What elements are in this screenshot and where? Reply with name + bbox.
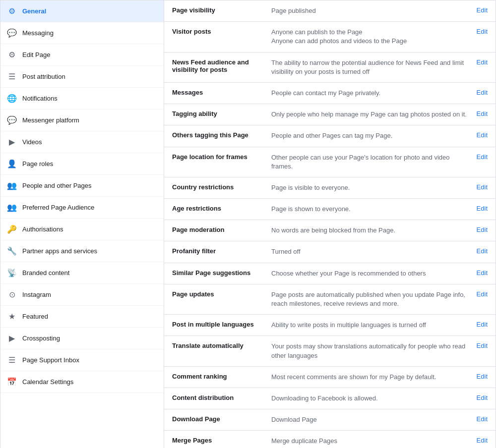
- sidebar-item-partner-apps[interactable]: 🔧Partner apps and services: [0, 240, 164, 262]
- post-attribution-icon: ☰: [6, 71, 17, 82]
- edit-page-icon: ⚙: [6, 50, 17, 60]
- settings-row-15: Comment rankingMost recent comments are …: [164, 367, 496, 388]
- messaging-icon: 💬: [6, 28, 17, 39]
- settings-action-15: Edit: [468, 373, 488, 380]
- settings-action-7: Edit: [468, 183, 488, 191]
- settings-value-3: People can contact my Page privately.: [271, 89, 468, 98]
- edit-button-13[interactable]: Edit: [477, 321, 488, 328]
- edit-button-0[interactable]: Edit: [477, 6, 488, 14]
- page-roles-icon: 👤: [6, 159, 17, 169]
- settings-label-3: Messages: [172, 89, 271, 96]
- settings-label-12: Page updates: [172, 290, 271, 298]
- sidebar-item-edit-page[interactable]: ⚙Edit Page: [0, 44, 164, 66]
- settings-label-5: Others tagging this Page: [172, 131, 271, 139]
- settings-action-14: Edit: [468, 342, 488, 349]
- sidebar-item-calendar-settings[interactable]: 📅Calendar Settings: [0, 371, 164, 393]
- settings-row-16: Content distributionDownloading to Faceb…: [164, 388, 496, 409]
- settings-value-0: Page published: [271, 6, 468, 15]
- messenger-platform-icon: 💬: [6, 115, 17, 126]
- sidebar-item-label-preferred-page-audience: Preferred Page Audience: [22, 204, 94, 211]
- sidebar-item-people-and-pages[interactable]: 👥People and other Pages: [0, 175, 164, 197]
- settings-value-4: Only people who help manage my Page can …: [271, 110, 468, 119]
- edit-button-7[interactable]: Edit: [477, 183, 488, 191]
- people-and-pages-icon: 👥: [6, 180, 17, 191]
- sidebar-item-notifications[interactable]: 🌐Notifications: [0, 88, 164, 110]
- settings-value-15: Most recent comments are shown for my Pa…: [271, 373, 468, 382]
- edit-button-12[interactable]: Edit: [477, 290, 488, 298]
- edit-button-1[interactable]: Edit: [477, 28, 488, 35]
- settings-label-15: Comment ranking: [172, 373, 271, 380]
- edit-button-17[interactable]: Edit: [477, 415, 488, 423]
- settings-row-8: Age restrictionsPage is shown to everyon…: [164, 199, 496, 220]
- settings-row-3: MessagesPeople can contact my Page priva…: [164, 83, 496, 104]
- settings-action-0: Edit: [468, 6, 488, 14]
- settings-value-17: Download Page: [271, 415, 468, 424]
- sidebar-item-page-support-inbox[interactable]: ☰Page Support Inbox: [0, 349, 164, 371]
- main-content: Page visibilityPage publishedEditVisitor…: [164, 0, 496, 448]
- sidebar-item-featured[interactable]: ★Featured: [0, 306, 164, 328]
- settings-row-6: Page location for framesOther people can…: [164, 147, 496, 177]
- settings-label-18: Merge Pages: [172, 437, 271, 444]
- settings-action-8: Edit: [468, 205, 488, 212]
- sidebar-item-label-page-roles: Page roles: [22, 160, 53, 168]
- edit-button-4[interactable]: Edit: [477, 110, 488, 117]
- sidebar-item-label-notifications: Notifications: [22, 95, 58, 102]
- settings-label-4: Tagging ability: [172, 110, 271, 117]
- settings-action-13: Edit: [468, 321, 488, 328]
- edit-button-16[interactable]: Edit: [477, 394, 488, 401]
- edit-button-3[interactable]: Edit: [477, 89, 488, 96]
- sidebar-item-page-roles[interactable]: 👤Page roles: [0, 153, 164, 175]
- sidebar-item-label-page-support-inbox: Page Support Inbox: [22, 356, 79, 364]
- branded-content-icon: 📡: [6, 268, 17, 279]
- edit-button-8[interactable]: Edit: [477, 205, 488, 212]
- settings-action-18: Edit: [468, 437, 488, 444]
- sidebar-item-crossposting[interactable]: ▶Crossposting: [0, 328, 164, 349]
- settings-row-2: News Feed audience and visibility for po…: [164, 53, 496, 83]
- settings-value-10: Turned off: [271, 247, 468, 256]
- settings-label-16: Content distribution: [172, 394, 271, 401]
- sidebar-item-label-crossposting: Crossposting: [22, 335, 60, 342]
- settings-value-5: People and other Pages can tag my Page.: [271, 131, 468, 140]
- settings-action-2: Edit: [468, 58, 488, 66]
- settings-row-7: Country restrictionsPage is visible to e…: [164, 177, 496, 199]
- settings-value-12: Page posts are automatically published w…: [271, 290, 468, 308]
- sidebar-item-messaging[interactable]: 💬Messaging: [0, 22, 164, 44]
- edit-button-11[interactable]: Edit: [477, 269, 488, 277]
- sidebar-item-label-messaging: Messaging: [22, 29, 54, 37]
- edit-button-14[interactable]: Edit: [477, 342, 488, 349]
- settings-value-13: Ability to write posts in multiple langu…: [271, 321, 468, 330]
- edit-button-5[interactable]: Edit: [477, 131, 488, 139]
- edit-button-6[interactable]: Edit: [477, 153, 488, 161]
- sidebar-item-authorisations[interactable]: 🔑Authorisations: [0, 219, 164, 240]
- settings-label-10: Profanity filter: [172, 247, 271, 255]
- sidebar-item-label-branded-content: Branded content: [22, 269, 69, 277]
- sidebar-item-instagram[interactable]: ⊙Instagram: [0, 284, 164, 306]
- sidebar-item-label-people-and-pages: People and other Pages: [22, 182, 92, 189]
- settings-row-0: Page visibilityPage publishedEdit: [164, 0, 496, 22]
- sidebar-item-general[interactable]: ⚙General: [0, 0, 164, 22]
- settings-label-6: Page location for frames: [172, 153, 271, 161]
- edit-button-9[interactable]: Edit: [477, 226, 488, 233]
- settings-action-4: Edit: [468, 110, 488, 117]
- settings-row-5: Others tagging this PagePeople and other…: [164, 125, 496, 147]
- edit-button-18[interactable]: Edit: [477, 437, 488, 444]
- sidebar-item-post-attribution[interactable]: ☰Post attribution: [0, 66, 164, 88]
- sidebar-item-videos[interactable]: ▶Videos: [0, 131, 164, 153]
- settings-value-6: Other people can use your Page's locatio…: [271, 153, 468, 171]
- featured-icon: ★: [6, 311, 17, 322]
- edit-button-15[interactable]: Edit: [477, 373, 488, 380]
- settings-label-2: News Feed audience and visibility for po…: [172, 58, 271, 73]
- settings-label-8: Age restrictions: [172, 205, 271, 212]
- sidebar-item-branded-content[interactable]: 📡Branded content: [0, 262, 164, 284]
- general-icon: ⚙: [6, 6, 17, 17]
- settings-action-1: Edit: [468, 28, 488, 35]
- settings-label-9: Page moderation: [172, 226, 271, 233]
- edit-button-10[interactable]: Edit: [477, 247, 488, 255]
- settings-action-10: Edit: [468, 247, 488, 255]
- edit-button-2[interactable]: Edit: [477, 58, 488, 66]
- sidebar-item-label-general: General: [22, 7, 46, 15]
- crossposting-icon: ▶: [6, 333, 17, 344]
- sidebar-item-preferred-page-audience[interactable]: 👥Preferred Page Audience: [0, 197, 164, 219]
- sidebar-item-messenger-platform[interactable]: 💬Messenger platform: [0, 110, 164, 131]
- sidebar-item-label-calendar-settings: Calendar Settings: [22, 378, 73, 386]
